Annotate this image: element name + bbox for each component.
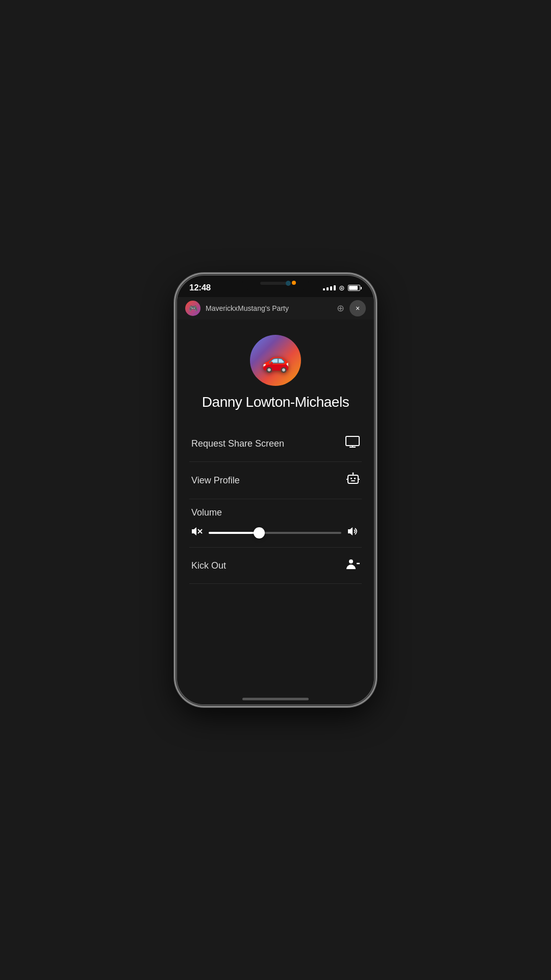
signal-icon	[323, 285, 336, 290]
request-share-screen-label: Request Share Screen	[191, 438, 284, 449]
user-avatar: 🚗	[250, 335, 301, 386]
slider-fill	[209, 532, 259, 534]
screen: 12:48 ⊛ 🎮	[177, 276, 374, 704]
svg-rect-6	[351, 480, 355, 481]
svg-marker-14	[348, 527, 353, 535]
main-content: 🚗 Danny Lowton-Michaels Request Share Sc…	[177, 320, 374, 704]
slider-track	[209, 532, 341, 534]
avatar-emoji: 🚗	[262, 349, 290, 372]
svg-rect-0	[346, 436, 359, 446]
view-profile-icon	[346, 472, 360, 488]
add-icon[interactable]: ⊕	[337, 303, 344, 314]
svg-rect-5	[354, 478, 356, 479]
slider-thumb	[254, 527, 265, 538]
svg-point-8	[353, 473, 354, 474]
top-bar: 🎮 MaverickxMustang's Party ⊕ ×	[177, 297, 374, 320]
battery-tip	[361, 287, 362, 289]
battery-fill	[349, 286, 358, 290]
menu-list: Request Share Screen View Profile	[189, 426, 362, 584]
wifi-icon: ⊛	[339, 284, 345, 292]
party-avatar: 🎮	[185, 301, 201, 316]
volume-control	[189, 526, 362, 539]
request-share-screen-item[interactable]: Request Share Screen	[189, 426, 362, 462]
signal-dot-3	[330, 286, 332, 290]
status-time: 12:48	[189, 283, 211, 293]
camera-dot	[286, 281, 291, 286]
user-name: Danny Lowton-Michaels	[202, 394, 349, 410]
party-name: MaverickxMustang's Party	[206, 304, 337, 312]
phone-frame: 12:48 ⊛ 🎮	[176, 275, 375, 705]
loud-icon	[347, 526, 360, 539]
volume-section: Volume	[189, 499, 362, 548]
top-bar-actions: ⊕ ×	[337, 300, 366, 316]
signal-dot-2	[327, 287, 329, 290]
svg-rect-4	[350, 478, 352, 479]
notch	[242, 276, 309, 291]
svg-point-15	[349, 559, 353, 564]
battery-body	[348, 285, 360, 291]
orange-dot-indicator	[292, 281, 296, 285]
kick-out-label: Kick Out	[191, 560, 226, 571]
view-profile-item[interactable]: View Profile	[189, 462, 362, 499]
status-icons: ⊛	[323, 284, 362, 292]
svg-marker-11	[192, 527, 196, 535]
svg-rect-3	[348, 475, 358, 483]
home-indicator	[242, 698, 309, 700]
signal-dot-4	[334, 285, 336, 290]
mute-icon	[191, 527, 203, 538]
volume-label: Volume	[189, 507, 362, 518]
kick-out-item[interactable]: Kick Out	[189, 548, 362, 584]
view-profile-label: View Profile	[191, 475, 240, 486]
battery-icon	[348, 285, 362, 291]
kick-out-icon	[345, 558, 360, 573]
signal-dot-1	[323, 288, 325, 290]
volume-slider-container[interactable]	[209, 532, 341, 534]
close-button[interactable]: ×	[349, 300, 366, 316]
share-screen-icon	[345, 436, 360, 451]
